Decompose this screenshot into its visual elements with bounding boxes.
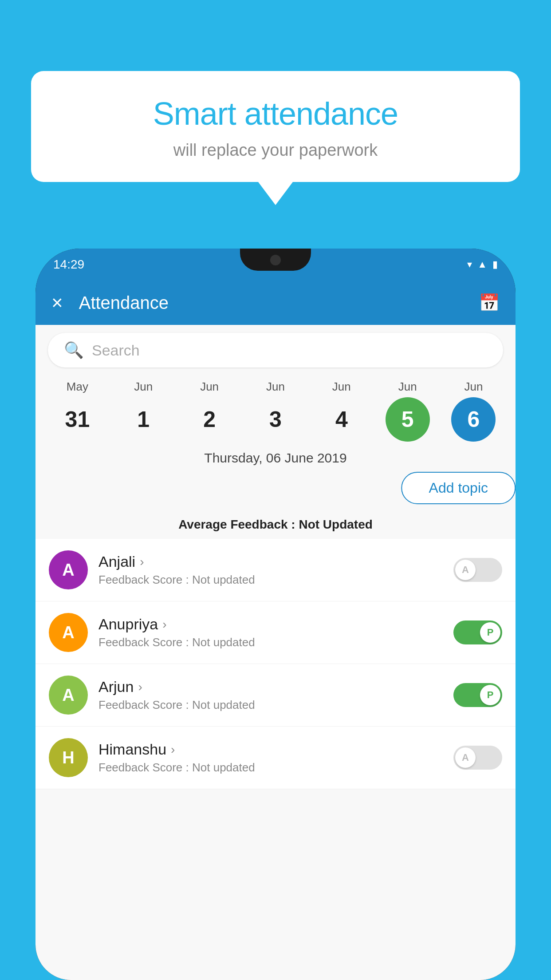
calendar-month: Jun [266, 380, 285, 394]
avatar: A [49, 613, 88, 652]
student-feedback: Feedback Score : Not updated [98, 573, 453, 587]
calendar-month: Jun [398, 380, 417, 394]
calendar-month: Jun [464, 380, 483, 394]
student-item[interactable]: AAnjali ›Feedback Score : Not updatedA [35, 539, 516, 601]
calendar-day[interactable]: Jun2 [183, 380, 236, 442]
calendar-date[interactable]: 6 [451, 397, 496, 442]
student-name: Arjun › [98, 678, 453, 695]
calendar-day[interactable]: Jun4 [315, 380, 368, 442]
attendance-toggle[interactable]: P [453, 683, 502, 707]
calendar-icon[interactable]: 📅 [479, 293, 500, 312]
attendance-toggle[interactable]: P [453, 620, 502, 644]
student-info: Anupriya ›Feedback Score : Not updated [98, 616, 453, 649]
avatar: H [49, 738, 88, 777]
calendar-month: May [67, 380, 88, 394]
calendar-month: Jun [134, 380, 153, 394]
app-bar: × Attendance 📅 [35, 281, 516, 325]
avatar: A [49, 676, 88, 715]
search-container: 🔍 Search [35, 325, 516, 375]
student-item[interactable]: AArjun ›Feedback Score : Not updatedP [35, 664, 516, 727]
screen-content: 🔍 Search May31Jun1Jun2Jun3Jun4Jun5Jun6 T… [35, 325, 516, 980]
speech-bubble: Smart attendance will replace your paper… [31, 71, 520, 182]
calendar-date[interactable]: 31 [55, 397, 99, 442]
phone-notch [240, 249, 311, 271]
student-name: Anupriya › [98, 616, 453, 633]
calendar-day[interactable]: Jun5 [381, 380, 434, 442]
chevron-right-icon: › [138, 680, 142, 694]
calendar-month: Jun [200, 380, 219, 394]
avatar: A [49, 550, 88, 589]
student-name: Himanshu › [98, 741, 453, 758]
status-icons: ▾ ▲ ▮ [467, 259, 498, 270]
calendar-day[interactable]: May31 [51, 380, 104, 442]
calendar-day[interactable]: Jun6 [447, 380, 500, 442]
search-placeholder: Search [92, 342, 140, 359]
student-info: Anjali ›Feedback Score : Not updated [98, 553, 453, 587]
calendar-date[interactable]: 2 [187, 397, 232, 442]
selected-date: Thursday, 06 June 2019 [35, 442, 516, 472]
calendar-day[interactable]: Jun3 [249, 380, 302, 442]
student-feedback: Feedback Score : Not updated [98, 761, 453, 775]
calendar-month: Jun [332, 380, 351, 394]
calendar-date[interactable]: 4 [319, 397, 364, 442]
student-info: Arjun ›Feedback Score : Not updated [98, 678, 453, 712]
chevron-right-icon: › [171, 743, 175, 757]
avg-feedback-label: Average Feedback : [178, 518, 295, 531]
search-bar[interactable]: 🔍 Search [48, 333, 503, 368]
signal-icon: ▲ [477, 259, 487, 270]
close-button[interactable]: × [51, 292, 63, 314]
bubble-title: Smart attendance [58, 95, 493, 132]
chevron-right-icon: › [162, 617, 166, 632]
student-item[interactable]: HHimanshu ›Feedback Score : Not updatedA [35, 727, 516, 789]
bubble-subtitle: will replace your paperwork [58, 141, 493, 160]
phone-frame: 14:29 ▾ ▲ ▮ × Attendance 📅 🔍 Search May3… [35, 249, 516, 980]
chevron-right-icon: › [140, 555, 144, 569]
wifi-icon: ▾ [467, 259, 472, 270]
avg-feedback-value: Not Updated [299, 518, 372, 531]
student-info: Himanshu ›Feedback Score : Not updated [98, 741, 453, 775]
calendar-date[interactable]: 1 [121, 397, 165, 442]
battery-icon: ▮ [492, 259, 498, 270]
attendance-toggle[interactable]: A [453, 558, 502, 582]
calendar-date[interactable]: 5 [386, 397, 430, 442]
student-feedback: Feedback Score : Not updated [98, 698, 453, 712]
student-feedback: Feedback Score : Not updated [98, 636, 453, 649]
calendar-day[interactable]: Jun1 [117, 380, 170, 442]
student-item[interactable]: AAnupriya ›Feedback Score : Not updatedP [35, 601, 516, 664]
app-title: Attendance [79, 293, 479, 313]
student-name: Anjali › [98, 553, 453, 570]
calendar-date[interactable]: 3 [253, 397, 298, 442]
avg-feedback: Average Feedback : Not Updated [35, 518, 516, 539]
add-topic-button[interactable]: Add topic [401, 472, 516, 504]
status-time: 14:29 [53, 257, 84, 272]
calendar-row: May31Jun1Jun2Jun3Jun4Jun5Jun6 [35, 375, 516, 442]
search-icon: 🔍 [64, 341, 84, 360]
attendance-toggle[interactable]: A [453, 746, 502, 770]
student-list: AAnjali ›Feedback Score : Not updatedAAA… [35, 539, 516, 789]
phone-camera [270, 255, 281, 265]
